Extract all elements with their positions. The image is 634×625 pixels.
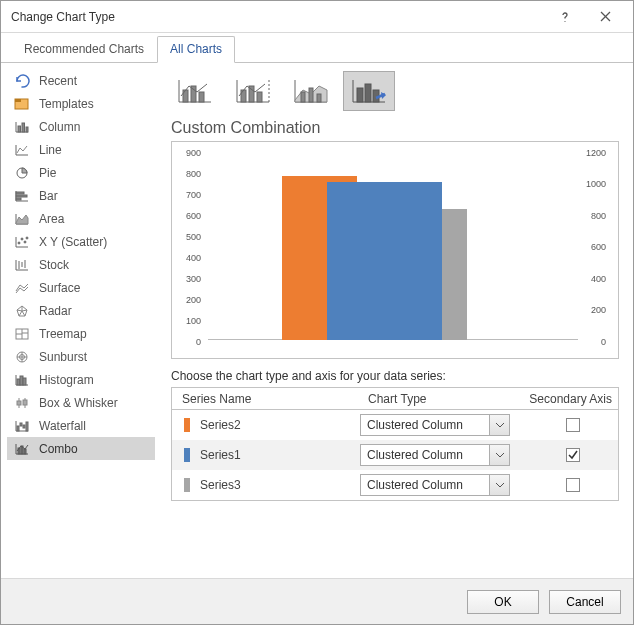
svg-line-34 [22,311,25,316]
svg-rect-58 [23,425,25,428]
ok-button[interactable]: OK [467,590,539,614]
sidebar-item-combo[interactable]: Combo [7,437,155,460]
series-name-label: Series3 [200,478,360,492]
sidebar-item-label: Radar [39,304,72,318]
sidebar-item-label: Area [39,212,64,226]
bar-chart-icon [13,189,31,203]
svg-rect-78 [301,92,305,102]
sidebar-item-label: Waterfall [39,419,86,433]
sunburst-chart-icon [13,350,31,364]
sidebar-item-label: Bar [39,189,58,203]
subtype-clustered-column-line-secondary[interactable] [227,71,279,111]
sidebar-item-line[interactable]: Line [7,138,155,161]
dialog-body: Recent Templates Column Line Pie Bar [1,63,633,578]
sidebar-item-recent[interactable]: Recent [7,69,155,92]
sidebar-item-label: Treemap [39,327,87,341]
chart-type-select[interactable]: Clustered Column [360,474,510,496]
sidebar-item-pie[interactable]: Pie [7,161,155,184]
svg-rect-83 [357,88,363,102]
right-axis-tick: 200 [591,305,606,315]
content-panel: Custom Combination 900 800 700 600 500 4… [161,69,627,572]
sidebar-item-label: Sunburst [39,350,87,364]
sidebar-item-area[interactable]: Area [7,207,155,230]
chart-type-value: Clustered Column [360,474,490,496]
area-chart-icon [13,212,31,226]
secondary-axis-checkbox[interactable] [566,478,580,492]
scatter-chart-icon [13,235,31,249]
dialog-footer: OK Cancel [1,578,633,624]
chart-type-value: Clustered Column [360,414,490,436]
tab-all-charts[interactable]: All Charts [157,36,235,63]
chevron-down-icon[interactable] [490,414,510,436]
sidebar-item-label: X Y (Scatter) [39,235,107,249]
cancel-button[interactable]: Cancel [549,590,621,614]
svg-point-25 [26,237,28,239]
svg-point-24 [24,241,26,243]
sidebar-item-waterfall[interactable]: Waterfall [7,414,155,437]
close-button[interactable] [585,3,625,31]
svg-rect-51 [17,401,21,405]
right-axis-tick: 400 [591,274,606,284]
svg-point-0 [564,20,565,21]
sidebar-item-sunburst[interactable]: Sunburst [7,345,155,368]
series-row: Series3 Clustered Column [172,470,618,500]
sidebar-item-label: Surface [39,281,80,295]
header-series-name: Series Name [172,392,362,406]
svg-rect-16 [16,195,27,197]
sidebar-item-label: Templates [39,97,94,111]
treemap-chart-icon [13,327,31,341]
sidebar-item-label: Combo [39,442,78,456]
radar-chart-icon [13,304,31,318]
header-chart-type: Chart Type [362,392,528,406]
header-secondary-axis: Secondary Axis [528,392,618,406]
tab-recommended-charts[interactable]: Recommended Charts [11,36,157,63]
svg-rect-75 [257,92,262,102]
sidebar-item-label: Column [39,120,80,134]
sidebar-item-label: Line [39,143,62,157]
sidebar-item-stock[interactable]: Stock [7,253,155,276]
subtype-clustered-column-line[interactable] [169,71,221,111]
series-table: Series Name Chart Type Secondary Axis Se… [171,387,619,501]
svg-rect-69 [199,92,204,102]
sidebar-item-histogram[interactable]: Histogram [7,368,155,391]
svg-rect-84 [365,84,371,102]
svg-rect-64 [24,449,26,454]
sidebar-item-treemap[interactable]: Treemap [7,322,155,345]
sidebar-item-bar[interactable]: Bar [7,184,155,207]
histogram-chart-icon [13,373,31,387]
line-chart-icon [13,143,31,157]
sidebar-item-scatter[interactable]: X Y (Scatter) [7,230,155,253]
sidebar-item-label: Stock [39,258,69,272]
chevron-down-icon[interactable] [490,474,510,496]
help-button[interactable] [545,3,585,31]
sidebar-item-label: Box & Whisker [39,396,118,410]
left-axis-tick: 900 [186,148,201,158]
subtype-stacked-area-column[interactable] [285,71,337,111]
secondary-axis-checkbox[interactable] [566,418,580,432]
left-axis-tick: 800 [186,169,201,179]
chevron-down-icon[interactable] [490,444,510,466]
svg-rect-7 [18,126,21,132]
sidebar-item-radar[interactable]: Radar [7,299,155,322]
svg-rect-49 [23,378,26,385]
window-title: Change Chart Type [11,10,545,24]
chart-type-select[interactable]: Clustered Column [360,444,510,466]
left-axis-tick: 100 [186,316,201,326]
sidebar-item-surface[interactable]: Surface [7,276,155,299]
box-whisker-icon [13,396,31,410]
secondary-axis-cell [510,448,600,462]
svg-rect-17 [16,198,21,200]
surface-chart-icon [13,281,31,295]
right-axis-tick: 800 [591,211,606,221]
chart-type-select[interactable]: Clustered Column [360,414,510,436]
sidebar-item-column[interactable]: Column [7,115,155,138]
secondary-axis-cell [510,478,600,492]
sidebar-item-box-whisker[interactable]: Box & Whisker [7,391,155,414]
subtype-custom-combination[interactable] [343,71,395,111]
sidebar-item-templates[interactable]: Templates [7,92,155,115]
right-axis-tick: 600 [591,242,606,252]
svg-rect-4 [15,99,21,102]
secondary-axis-checkbox[interactable] [566,448,580,462]
series-table-header: Series Name Chart Type Secondary Axis [172,388,618,410]
waterfall-chart-icon [13,419,31,433]
